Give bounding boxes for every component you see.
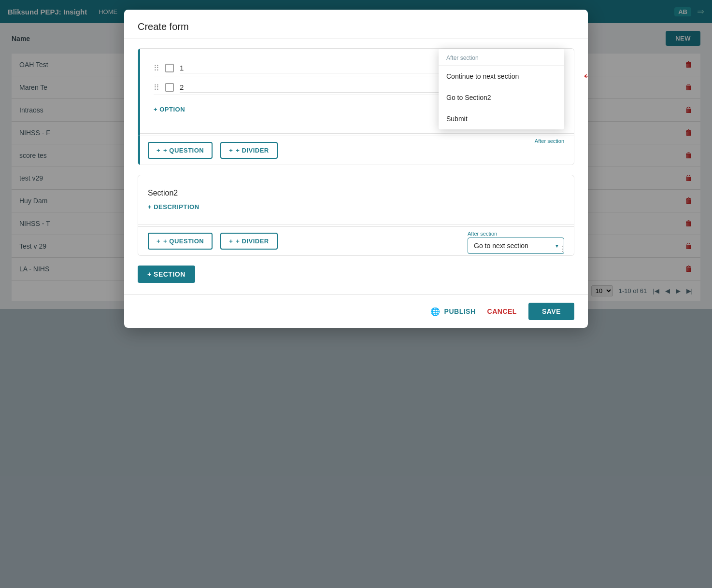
plus-divider-icon-2: +	[229, 238, 233, 245]
modal-body: ⠿ 🗑 ⋮ ⠿ 🗑 + OPTION	[124, 39, 588, 294]
section-divider	[138, 133, 574, 134]
after-section-container-1: After section After section Continue to …	[535, 138, 564, 145]
add-section-button[interactable]: + SECTION	[138, 266, 195, 283]
after-section-select-wrapper: Go to next section Continue to next sect…	[468, 238, 564, 254]
plus-divider-icon: +	[229, 147, 233, 154]
modal-footer: 🌐 PUBLISH CANCEL SAVE	[124, 294, 588, 328]
section2-divider	[138, 224, 574, 224]
add-divider-button-1[interactable]: + + DIVIDER	[220, 142, 278, 159]
dropdown-item-goto-section2[interactable]: Go to Section2	[439, 87, 564, 108]
drag-handle-icon-2[interactable]: ⠿	[154, 83, 159, 92]
drag-handle-icon[interactable]: ⠿	[154, 64, 159, 73]
after-section-label-1: After section	[535, 138, 564, 144]
add-question-button-1[interactable]: + + QUESTION	[148, 142, 213, 159]
after-section-container-2: After section Go to next section Continu…	[468, 231, 564, 254]
dropdown-item-submit[interactable]: Submit	[439, 108, 564, 129]
plus-icon: +	[157, 147, 160, 154]
after-section-label-2: After section	[468, 231, 564, 237]
add-divider-button-2[interactable]: + + DIVIDER	[220, 233, 278, 250]
dropdown-item-continue[interactable]: Continue to next section	[439, 66, 564, 87]
modal-title: Create form	[124, 10, 588, 39]
section-1-footer: + + QUESTION + + DIVIDER After section A…	[138, 136, 574, 165]
section-2-block: Section2 + DESCRIPTION + + QUESTION + + …	[138, 175, 574, 256]
section2-name: Section2	[148, 183, 564, 199]
add-option-button[interactable]: + OPTION	[154, 101, 185, 118]
red-arrow-indicator: ←	[581, 65, 588, 85]
section-2-footer: + + QUESTION + + DIVIDER After section G…	[138, 226, 574, 255]
after-section-select-2[interactable]: Go to next section Continue to next sect…	[468, 238, 564, 254]
section-1-block: ⠿ 🗑 ⋮ ⠿ 🗑 + OPTION	[138, 48, 574, 165]
save-button[interactable]: SAVE	[528, 303, 574, 320]
create-form-modal: Create form ⠿ 🗑 ⋮ ⠿	[124, 10, 588, 328]
after-section-dropdown-popup: After section Continue to next section G…	[439, 49, 564, 129]
globe-icon: 🌐	[430, 307, 441, 316]
plus-icon-2: +	[157, 238, 160, 245]
option-checkbox-1[interactable]	[165, 64, 174, 72]
more-options-section2-icon[interactable]: ⋮	[559, 244, 567, 253]
option-checkbox-2[interactable]	[165, 83, 174, 92]
dropdown-header: After section	[439, 49, 564, 66]
add-question-button-2[interactable]: + + QUESTION	[148, 233, 213, 250]
section-2-inner: Section2 + DESCRIPTION	[138, 175, 574, 222]
cancel-button[interactable]: CANCEL	[487, 308, 517, 315]
modal-overlay: Create form ⠿ 🗑 ⋮ ⠿	[0, 0, 712, 588]
add-description-button[interactable]: + DESCRIPTION	[148, 199, 199, 214]
publish-button[interactable]: 🌐 PUBLISH	[430, 307, 475, 316]
